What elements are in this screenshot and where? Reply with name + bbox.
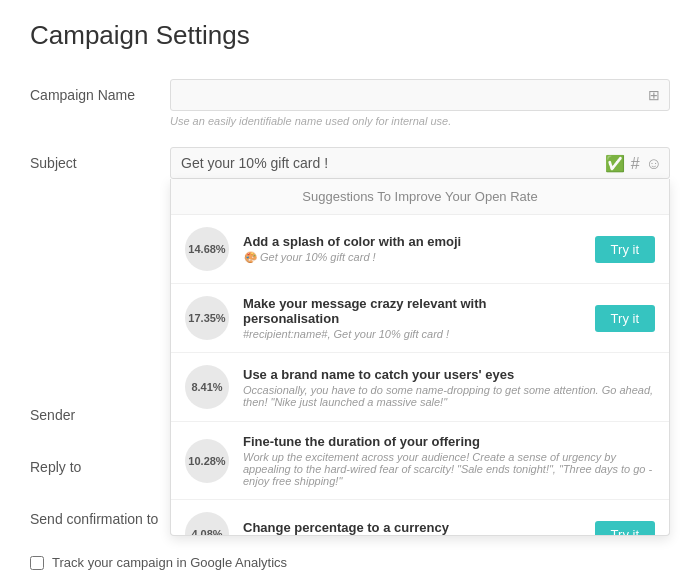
check-circle-icon[interactable]: ✅	[605, 154, 625, 173]
subject-input[interactable]	[170, 147, 670, 179]
campaign-name-field: ⊞ Use an easily identifiable name used o…	[170, 79, 670, 127]
hash-icon[interactable]: #	[631, 154, 640, 172]
send-confirmation-label: Send confirmation to	[30, 503, 170, 527]
suggestions-list[interactable]: 14.68%Add a splash of color with an emoj…	[171, 215, 669, 535]
campaign-name-hint: Use an easily identifiable name used onl…	[170, 115, 670, 127]
analytics-label: Track your campaign in Google Analytics	[52, 555, 287, 570]
suggestion-percent: 17.35%	[185, 296, 229, 340]
suggestion-content: Use a brand name to catch your users' ey…	[243, 367, 655, 408]
suggestion-subtitle: Occasionally, you have to do some name-d…	[243, 384, 655, 408]
campaign-name-label: Campaign Name	[30, 79, 170, 103]
suggestion-item: 17.35%Make your message crazy relevant w…	[171, 284, 669, 353]
suggestion-percent: 8.41%	[185, 365, 229, 409]
suggestions-dropdown: Suggestions To Improve Your Open Rate 14…	[170, 179, 670, 536]
suggestion-percent: 10.28%	[185, 439, 229, 483]
suggestion-content: Fine-tune the duration of your offeringW…	[243, 434, 655, 487]
analytics-checkbox-row: Track your campaign in Google Analytics	[30, 555, 670, 570]
page-title: Campaign Settings	[30, 20, 670, 51]
suggestion-title: Change percentage to a currency	[243, 520, 581, 535]
try-it-button[interactable]: Try it	[595, 305, 655, 332]
suggestion-title: Add a splash of color with an emoji	[243, 234, 581, 249]
campaign-name-input[interactable]	[170, 79, 670, 111]
suggestion-item: 8.41%Use a brand name to catch your user…	[171, 353, 669, 422]
try-it-button[interactable]: Try it	[595, 521, 655, 536]
suggestion-subtitle: 🎨 Get your 10% gift card !	[243, 251, 581, 264]
suggestion-content: Change percentage to a currencyGet your …	[243, 520, 581, 536]
try-it-button[interactable]: Try it	[595, 236, 655, 263]
subject-row: Subject ✅ # ☺ Suggestions To Improve You…	[30, 147, 670, 179]
subject-field: ✅ # ☺ Suggestions To Improve Your Open R…	[170, 147, 670, 179]
suggestion-title: Fine-tune the duration of your offering	[243, 434, 655, 449]
grid-icon: ⊞	[648, 87, 660, 103]
emoji-icon[interactable]: ☺	[646, 154, 662, 172]
suggestions-header: Suggestions To Improve Your Open Rate	[171, 179, 669, 215]
subject-label: Subject	[30, 147, 170, 171]
suggestion-item: 10.28%Fine-tune the duration of your off…	[171, 422, 669, 500]
suggestion-subtitle: #recipient:name#, Get your 10% gift card…	[243, 328, 581, 340]
suggestion-item: 14.68%Add a splash of color with an emoj…	[171, 215, 669, 284]
reply-to-label: Reply to	[30, 451, 170, 475]
suggestion-item: 4.08%Change percentage to a currencyGet …	[171, 500, 669, 535]
suggestion-content: Make your message crazy relevant with pe…	[243, 296, 581, 340]
suggestion-percent: 4.08%	[185, 512, 229, 535]
suggestion-subtitle: Work up the excitement across your audie…	[243, 451, 655, 487]
suggestion-title: Use a brand name to catch your users' ey…	[243, 367, 655, 382]
suggestion-percent: 14.68%	[185, 227, 229, 271]
sender-label: Sender	[30, 399, 170, 423]
suggestion-content: Add a splash of color with an emoji🎨 Get…	[243, 234, 581, 264]
analytics-checkbox[interactable]	[30, 556, 44, 570]
suggestion-title: Make your message crazy relevant with pe…	[243, 296, 581, 326]
campaign-name-row: Campaign Name ⊞ Use an easily identifiab…	[30, 79, 670, 127]
